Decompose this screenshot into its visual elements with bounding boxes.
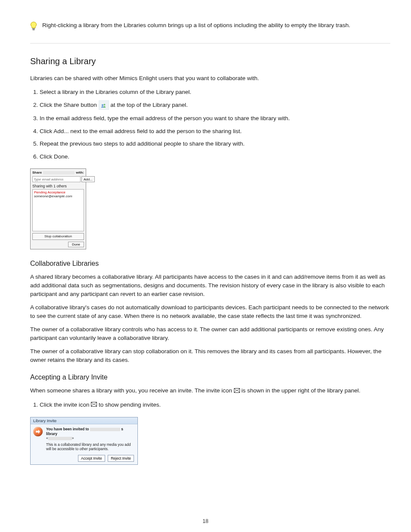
invite-redacted-lib (48, 437, 72, 440)
svg-rect-0 (32, 28, 35, 29)
invite-actions: Accept Invite Reject Invite (46, 453, 134, 462)
accepting-steps: Click the invite icon to show pending in… (30, 401, 390, 409)
invite-desc: This is a collaborated library and any m… (46, 442, 134, 451)
accepting-line1-suffix: is shown in the upper right of the libra… (241, 387, 360, 394)
share-add-button[interactable]: Add... (81, 176, 95, 182)
accepting-line1-prefix: When someone shares a library with you, … (30, 387, 234, 394)
envelope-icon (234, 387, 240, 395)
share-label: Share (32, 171, 42, 174)
svg-rect-1 (32, 29, 34, 29)
sharing-step-2: Click the Share button at the top of the… (40, 100, 390, 110)
share-button-icon (99, 100, 109, 110)
sharing-step-5: Repeat the previous two steps to add add… (40, 140, 390, 148)
tip-text: Right-clicking a library from the Librar… (42, 22, 350, 30)
reject-invite-button[interactable]: Reject Invite (108, 455, 134, 462)
tip-row: Right-clicking a library from the Librar… (30, 22, 390, 31)
invite-panel-text: You have been invited to s library «» Th… (46, 427, 134, 462)
collab-p3: The owner of a collaborative library con… (30, 325, 390, 342)
share-dialog-name-placeholder (43, 171, 75, 174)
share-dialog-email-row: Add... (31, 175, 86, 184)
sharing-steps: Select a library in the Libraries column… (30, 88, 390, 161)
document-page: Right-clicking a library from the Librar… (0, 0, 411, 532)
accepting-step-1: Click the invite icon to show pending in… (40, 401, 390, 409)
share-email-input[interactable] (32, 176, 81, 182)
sharing-step-4: Click Add... next to the email address f… (40, 127, 390, 136)
sharing-step-1: Select a library in the Libraries column… (40, 88, 390, 96)
page-number: 18 (0, 518, 411, 524)
sharing-step-6: Click Done. (40, 152, 390, 161)
lightbulb-icon (30, 22, 37, 31)
library-invite-panel: Library Invite You have been invited to … (30, 417, 138, 465)
svg-point-3 (101, 104, 103, 106)
invite-panel-title: Library Invite (31, 417, 137, 424)
pending-email: someone@example.com (34, 194, 82, 198)
share-dialog: Share with: Add... Sharing with 1 others… (30, 168, 86, 249)
collab-p1: A shared library becomes a collaborative… (30, 273, 390, 298)
heading-collaborative: Collaborative Libraries (30, 260, 390, 268)
pending-acceptance-label: Pending Acceptance (34, 190, 82, 194)
sharing-with-caption: Sharing with 1 others (31, 184, 86, 189)
svg-point-4 (103, 104, 105, 106)
invite-bold-prefix: You have been invited to (46, 427, 89, 431)
envelope-icon-2 (91, 401, 97, 409)
share-done-button[interactable]: Done (68, 242, 84, 247)
heading-sharing: Sharing a Library (30, 56, 390, 66)
heading-accepting-invite: Accepting a Library Invite (30, 373, 390, 381)
sharing-step-3: In the email address field, type the ema… (40, 114, 390, 123)
share-with-label: with: (76, 171, 84, 174)
share-participants-list: Pending Acceptance someone@example.com (32, 189, 84, 231)
invite-panel-body: You have been invited to s library «» Th… (31, 424, 137, 464)
sharing-step-2-suffix: at the top of the Library panel. (110, 102, 187, 108)
accept-invite-button[interactable]: Accept Invite (78, 455, 105, 462)
invite-redacted-name (90, 428, 120, 431)
accepting-step-prefix: Click the invite icon (40, 401, 91, 408)
sharing-intro: Libraries can be shared with other Mimic… (30, 74, 390, 83)
collab-p4: The owner of a collaborative library can… (30, 347, 390, 364)
accepting-step-suffix: to show pending invites. (99, 401, 161, 408)
collab-p2: A collaborative library's cases do not a… (30, 303, 390, 320)
invite-arrow-icon (33, 427, 43, 436)
sharing-step-2-prefix: Click the Share button (40, 102, 99, 108)
svg-rect-2 (33, 30, 35, 30)
share-dialog-header: Share with: (31, 169, 86, 175)
stop-collaboration-button[interactable]: Stop collaboration (32, 233, 84, 240)
accepting-line1: When someone shares a library with you, … (30, 386, 390, 395)
share-dialog-footer: Done (31, 240, 86, 249)
section-divider (30, 43, 390, 44)
